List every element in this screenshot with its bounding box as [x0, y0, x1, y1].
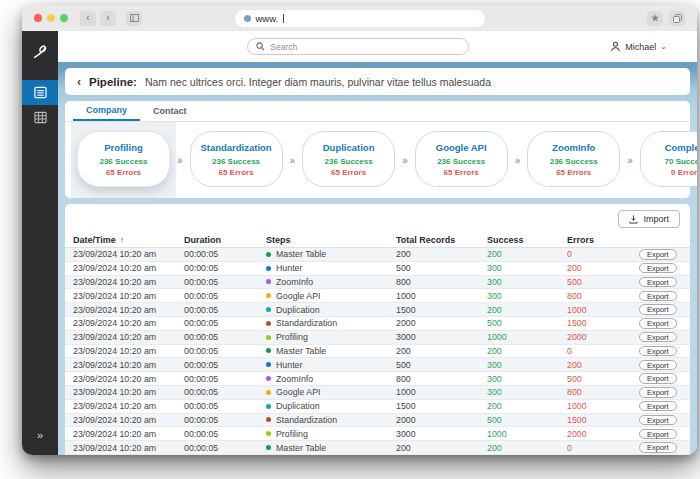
cell-success: 200	[487, 443, 567, 453]
url-text: www.	[256, 13, 279, 24]
import-button[interactable]: Import	[618, 210, 680, 228]
address-bar[interactable]: www.	[235, 10, 485, 27]
step-name: Google API	[276, 291, 321, 301]
step-name: Master Table	[276, 346, 326, 356]
cell-total-records: 2000	[396, 415, 487, 425]
column-header-datetime[interactable]: Date/Time ↑	[73, 235, 184, 245]
export-button[interactable]: Export	[639, 332, 677, 343]
import-label: Import	[643, 214, 669, 224]
cell-errors: 0	[567, 346, 631, 356]
step-status-dot	[266, 348, 271, 353]
minimize-window-icon[interactable]	[47, 14, 55, 22]
cell-datetime: 23/09/2024 10:20 am	[73, 305, 184, 315]
search-icon	[256, 42, 265, 51]
cell-total-records: 800	[396, 374, 487, 384]
cell-success: 200	[487, 305, 567, 315]
tab-contact[interactable]: Contact	[140, 101, 200, 121]
pipeline-stage[interactable]: Duplication 236 Success 65 Errors	[296, 122, 401, 198]
cell-step: ZoomInfo	[266, 277, 396, 287]
stage-success-count: 70 Success	[665, 157, 697, 166]
cell-total-records: 1000	[396, 387, 487, 397]
user-menu[interactable]: Michael ⌄	[610, 41, 667, 52]
sidebar-expand-icon[interactable]: »	[37, 429, 43, 441]
cell-step: Google API	[266, 387, 396, 397]
cell-datetime: 23/09/2024 10:20 am	[73, 443, 184, 453]
step-status-dot	[266, 445, 271, 450]
export-button[interactable]: Export	[639, 263, 677, 274]
table-row: 23/09/2024 10:20 am 00:00:05 Master Tabl…	[65, 345, 690, 359]
export-button[interactable]: Export	[639, 429, 677, 440]
column-header-success: Success	[487, 235, 567, 245]
pipeline-stage[interactable]: Complete 70 Success 0 Errors	[634, 122, 697, 198]
forward-button[interactable]: ›	[100, 11, 116, 26]
step-status-dot	[266, 279, 271, 284]
export-button[interactable]: Export	[639, 304, 677, 315]
pipeline-stage[interactable]: Google API 236 Success 65 Errors	[409, 122, 514, 198]
export-button[interactable]: Export	[639, 360, 677, 371]
cell-success: 500	[487, 318, 567, 328]
copy-tabs-icon[interactable]	[669, 11, 685, 26]
stage-separator-icon: »	[514, 155, 522, 166]
pipeline-stage[interactable]: Profiling 236 Success 65 Errors	[71, 122, 176, 198]
step-name: Standardization	[276, 415, 337, 425]
global-search-input[interactable]: Search	[247, 38, 469, 55]
zoom-window-icon[interactable]	[60, 14, 68, 22]
cell-errors: 500	[567, 277, 631, 287]
step-name: Profiling	[276, 429, 308, 439]
sidebar-item-pipelines[interactable]	[22, 80, 58, 105]
search-placeholder: Search	[270, 42, 297, 52]
table-row: 23/09/2024 10:20 am 00:00:05 Master Tabl…	[65, 441, 690, 455]
export-button[interactable]: Export	[639, 387, 677, 398]
bookmark-star-icon[interactable]: ★	[647, 11, 663, 26]
pipeline-title-bar: ‹ Pipeline: Nam nec ultrices orci. Integ…	[65, 68, 690, 95]
stage-card: Duplication 236 Success 65 Errors	[302, 131, 395, 187]
stage-separator-icon: »	[289, 155, 297, 166]
cell-success: 1000	[487, 429, 567, 439]
chevron-down-icon: ⌄	[660, 42, 667, 51]
sidebar-item-data-grid[interactable]	[22, 105, 58, 130]
site-icon	[244, 15, 251, 22]
sidebar-toggle-icon[interactable]	[126, 11, 142, 26]
cell-step: ZoomInfo	[266, 374, 396, 384]
export-button[interactable]: Export	[639, 277, 677, 288]
pipeline-card: CompanyContact Profiling 236 Success 65 …	[65, 101, 690, 198]
cell-errors: 200	[567, 360, 631, 370]
export-button[interactable]: Export	[639, 415, 677, 426]
stage-success-count: 236 Success	[99, 157, 147, 166]
step-name: ZoomInfo	[276, 277, 313, 287]
pipeline-stage[interactable]: Standardization 236 Success 65 Errors	[184, 122, 289, 198]
cell-datetime: 23/09/2024 10:20 am	[73, 263, 184, 273]
app-logo-icon	[32, 43, 49, 64]
close-window-icon[interactable]	[34, 14, 42, 22]
export-button[interactable]: Export	[639, 442, 677, 453]
step-status-dot	[266, 376, 271, 381]
table-row: 23/09/2024 10:20 am 00:00:05 Duplication…	[65, 400, 690, 414]
back-button[interactable]: ‹	[80, 11, 96, 26]
back-chevron-icon[interactable]: ‹	[77, 75, 81, 89]
stage-name: Duplication	[323, 142, 375, 153]
column-header-steps: Steps	[266, 235, 396, 245]
export-button[interactable]: Export	[639, 401, 677, 412]
export-button[interactable]: Export	[639, 249, 677, 260]
stage-card: Google API 236 Success 65 Errors	[415, 131, 508, 187]
stage-success-count: 236 Success	[437, 157, 485, 166]
text-cursor	[283, 14, 284, 23]
stage-error-count: 65 Errors	[218, 168, 253, 177]
stage-card: Standardization 236 Success 65 Errors	[190, 131, 283, 187]
pipeline-stage[interactable]: ZoomInfo 236 Success 65 Errors	[521, 122, 626, 198]
cell-export: Export	[631, 304, 690, 315]
export-button[interactable]: Export	[639, 373, 677, 384]
table-toolbar: Import	[65, 204, 690, 232]
export-button[interactable]: Export	[639, 291, 677, 302]
cell-step: Profiling	[266, 429, 396, 439]
tab-company[interactable]: Company	[73, 101, 140, 121]
chrome-right-actions: ★	[647, 11, 685, 26]
export-button[interactable]: Export	[639, 318, 677, 329]
cell-datetime: 23/09/2024 10:20 am	[73, 332, 184, 342]
cell-total-records: 2000	[396, 318, 487, 328]
export-button[interactable]: Export	[639, 346, 677, 357]
cell-duration: 00:00:05	[184, 263, 266, 273]
cell-export: Export	[631, 291, 690, 302]
pipeline-label: Pipeline:	[89, 76, 137, 88]
cell-duration: 00:00:05	[184, 401, 266, 411]
